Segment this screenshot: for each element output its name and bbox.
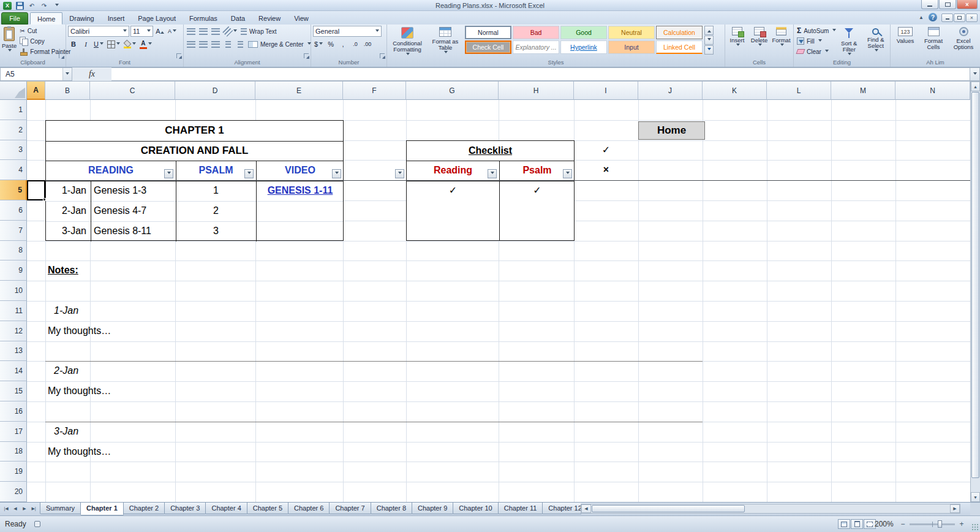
tab-view[interactable]: View bbox=[287, 12, 315, 25]
sheet-tab-chapter-7[interactable]: Chapter 7 bbox=[329, 503, 371, 514]
align-bottom-button[interactable] bbox=[210, 26, 221, 37]
insert-cells-button[interactable]: Insert bbox=[727, 26, 747, 48]
row-header-20[interactable]: 20 bbox=[0, 482, 27, 502]
format-cells-button[interactable]: Format bbox=[771, 26, 791, 48]
cell-style-neutral[interactable]: Neutral bbox=[608, 26, 655, 39]
close-button[interactable]: × bbox=[957, 0, 978, 9]
tab-formulas[interactable]: Formulas bbox=[183, 12, 224, 25]
checklist-reading-filter-button[interactable] bbox=[488, 169, 497, 178]
cell-style-calculation[interactable]: Calculation bbox=[656, 26, 703, 39]
reading-cell[interactable]: Genesis 1-3 bbox=[94, 181, 173, 201]
gallery-down-button[interactable] bbox=[704, 36, 714, 45]
date-cell[interactable]: 1-Jan bbox=[46, 181, 86, 201]
note-date-cell[interactable]: 1-Jan bbox=[54, 301, 78, 321]
vertical-scrollbar[interactable]: ▲ ▼ bbox=[970, 82, 980, 502]
format-as-table-button[interactable]: Format as Table bbox=[428, 26, 463, 55]
sheet-tab-chapter-11[interactable]: Chapter 11 bbox=[498, 503, 543, 514]
column-header-B[interactable]: B bbox=[45, 82, 90, 100]
shrink-font-button[interactable]: A bbox=[167, 26, 178, 37]
tab-data[interactable]: Data bbox=[224, 12, 252, 25]
column-header-G[interactable]: G bbox=[406, 82, 499, 100]
column-header-F[interactable]: F bbox=[343, 82, 406, 100]
scroll-up-button[interactable]: ▲ bbox=[971, 82, 980, 91]
checklist-title-cell[interactable]: Checklist bbox=[407, 141, 574, 161]
row-header-8[interactable]: 8 bbox=[0, 241, 27, 261]
select-all-corner[interactable] bbox=[0, 82, 27, 100]
cut-button[interactable]: ✂Cut bbox=[18, 26, 72, 36]
psalm-cell[interactable]: 3 bbox=[176, 221, 256, 241]
font-color-button[interactable]: A bbox=[138, 39, 153, 50]
row-header-14[interactable]: 14 bbox=[0, 361, 27, 381]
zoom-thumb[interactable] bbox=[938, 520, 942, 528]
row-header-5[interactable]: 5 bbox=[0, 180, 27, 200]
horizontal-scrollbar-thumb[interactable] bbox=[592, 505, 745, 512]
number-format-select[interactable]: General bbox=[313, 26, 382, 37]
scroll-left-button[interactable]: ◀ bbox=[581, 504, 591, 513]
psalm-filter-button[interactable] bbox=[244, 169, 254, 178]
scroll-right-button[interactable]: ▶ bbox=[950, 504, 960, 513]
psalm-cell[interactable]: 2 bbox=[176, 201, 256, 221]
accounting-format-button[interactable]: $ bbox=[313, 39, 324, 50]
row-header-2[interactable]: 2 bbox=[0, 120, 27, 140]
legend-check-cell[interactable]: ✓ bbox=[574, 140, 638, 161]
cell-style-linkedcell[interactable]: Linked Cell bbox=[656, 40, 703, 54]
reading-filter-button[interactable] bbox=[164, 169, 173, 178]
align-right-button[interactable] bbox=[210, 39, 221, 50]
horizontal-scrollbar[interactable]: ◀ ▶ bbox=[581, 504, 960, 514]
row-header-15[interactable]: 15 bbox=[0, 381, 27, 401]
column-header-H[interactable]: H bbox=[499, 82, 574, 100]
reading-cell[interactable]: Genesis 8-11 bbox=[94, 221, 173, 241]
column-header-C[interactable]: C bbox=[90, 82, 175, 100]
save-button[interactable] bbox=[15, 1, 24, 10]
column-header-J[interactable]: J bbox=[638, 82, 703, 100]
vertical-scrollbar-thumb[interactable] bbox=[971, 92, 979, 478]
merge-center-button[interactable]: Merge & Center bbox=[247, 39, 312, 49]
increase-indent-button[interactable] bbox=[235, 39, 246, 50]
page-layout-view-button[interactable] bbox=[851, 519, 863, 529]
sheet-tab-chapter-12[interactable]: Chapter 12 bbox=[542, 503, 581, 514]
checklist-psalm-filter-button[interactable] bbox=[563, 169, 572, 178]
alignment-dialog-launcher[interactable] bbox=[304, 53, 309, 58]
wrap-text-button[interactable]: Wrap Text bbox=[239, 26, 278, 36]
fill-handle[interactable] bbox=[43, 198, 46, 201]
conditional-formatting-button[interactable]: Conditional Formatting bbox=[389, 26, 426, 57]
row-header-1[interactable]: 1 bbox=[0, 100, 27, 120]
values-button[interactable]: 123 Values bbox=[893, 26, 918, 44]
note-date-cell[interactable]: 3-Jan bbox=[54, 422, 78, 442]
reading-cell[interactable]: Genesis 4-7 bbox=[94, 201, 173, 221]
font-size-select[interactable]: 11 bbox=[130, 26, 153, 37]
video-filter-button[interactable] bbox=[332, 169, 341, 178]
insert-function-button[interactable]: fx bbox=[89, 69, 95, 79]
checklist-reading-mark-cell[interactable]: ✓ bbox=[407, 181, 499, 201]
cell-style-hyperlink[interactable]: Hyperlink bbox=[560, 40, 607, 54]
sheet-tab-chapter-9[interactable]: Chapter 9 bbox=[412, 503, 453, 514]
copy-button[interactable]: Copy bbox=[18, 36, 72, 46]
first-sheet-button[interactable]: |◀ bbox=[2, 504, 10, 513]
tab-page-layout[interactable]: Page Layout bbox=[131, 12, 183, 25]
row-header-13[interactable]: 13 bbox=[0, 341, 27, 362]
row-header-3[interactable]: 3 bbox=[0, 140, 27, 161]
cell-style-bad[interactable]: Bad bbox=[513, 26, 559, 39]
name-box-dropdown[interactable] bbox=[62, 68, 72, 80]
row-header-11[interactable]: 11 bbox=[0, 301, 27, 321]
row-header-19[interactable]: 19 bbox=[0, 462, 27, 482]
paste-button[interactable]: Paste bbox=[2, 26, 17, 53]
zoom-out-button[interactable]: − bbox=[899, 520, 907, 528]
date-cell[interactable]: 2-Jan bbox=[46, 201, 86, 221]
tab-home[interactable]: Home bbox=[30, 12, 62, 25]
column-header-D[interactable]: D bbox=[175, 82, 255, 100]
qat-customize-button[interactable] bbox=[51, 1, 61, 10]
note-text-cell[interactable]: My thoughts… bbox=[48, 381, 111, 401]
row-header-12[interactable]: 12 bbox=[0, 321, 27, 341]
clipboard-dialog-launcher[interactable] bbox=[59, 53, 64, 58]
sheet-tab-chapter-2[interactable]: Chapter 2 bbox=[123, 503, 165, 514]
grow-font-button[interactable]: A bbox=[154, 26, 165, 37]
zoom-in-button[interactable]: + bbox=[958, 520, 965, 528]
scroll-down-button[interactable]: ▼ bbox=[971, 492, 980, 502]
align-middle-button[interactable] bbox=[198, 26, 209, 37]
legend-cross-cell[interactable]: × bbox=[574, 160, 638, 180]
borders-button[interactable] bbox=[106, 39, 121, 50]
sheet-tab-chapter-3[interactable]: Chapter 3 bbox=[164, 503, 206, 514]
column-header-L[interactable]: L bbox=[767, 82, 831, 100]
column-header-I[interactable]: I bbox=[574, 82, 638, 100]
